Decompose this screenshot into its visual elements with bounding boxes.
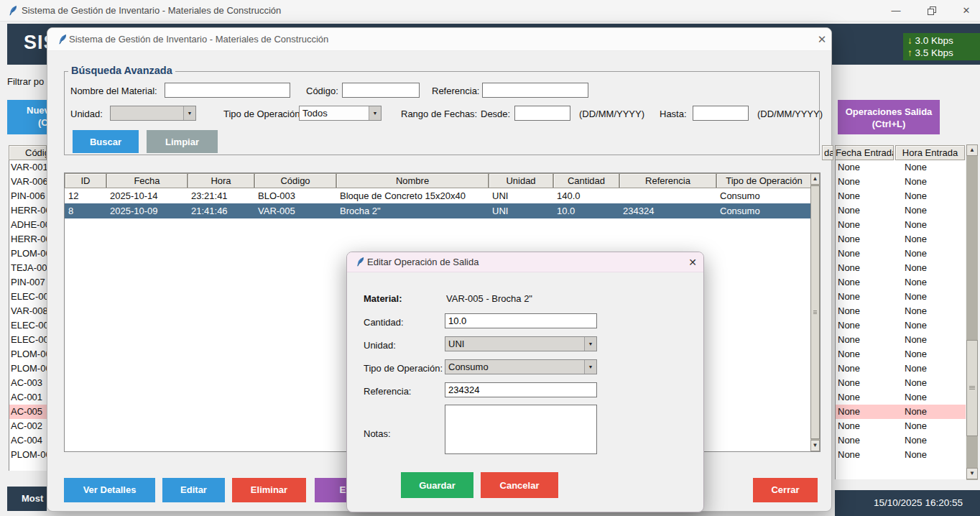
dialog-close-icon[interactable]: ✕: [810, 28, 832, 51]
list-item[interactable]: ELEC-005: [9, 333, 47, 347]
column-header[interactable]: Cantidad: [553, 173, 619, 188]
list-item[interactable]: AC-001: [9, 390, 47, 405]
hora-entrada-column-header[interactable]: Hora Entrada: [895, 145, 965, 160]
list-item[interactable]: ELEC-004: [9, 318, 47, 333]
table-row[interactable]: None None: [836, 261, 966, 275]
scroll-down-icon[interactable]: ▼: [810, 440, 820, 451]
list-item[interactable]: AC-005: [9, 405, 47, 419]
table-row[interactable]: None None: [836, 304, 966, 318]
column-header[interactable]: Fecha: [106, 173, 188, 188]
minimize-button[interactable]: —: [884, 0, 908, 22]
referencia-input[interactable]: [482, 83, 588, 98]
list-item[interactable]: PLOM-00: [9, 448, 47, 462]
restore-icon[interactable]: [920, 0, 944, 22]
referencia-input[interactable]: [445, 382, 597, 397]
hasta-input[interactable]: [693, 106, 749, 121]
column-header[interactable]: Referencia: [619, 173, 716, 188]
list-item[interactable]: TEJA-001: [9, 261, 47, 275]
list-item[interactable]: VAR-001: [9, 160, 47, 175]
partial-column-header[interactable]: da: [822, 145, 833, 160]
codigo-input[interactable]: [342, 83, 420, 98]
list-item[interactable]: ELEC-007: [9, 290, 47, 304]
table-row[interactable]: None None: [836, 318, 966, 333]
modal-close-icon[interactable]: ✕: [682, 252, 703, 272]
column-header[interactable]: Tipo de Operación: [716, 173, 812, 188]
operaciones-salida-button[interactable]: Operaciones Salida (Ctrl+L): [838, 100, 940, 134]
table-row[interactable]: None None: [836, 433, 966, 448]
material-value: VAR-005 - Brocha 2": [446, 293, 532, 304]
dialog-title: Sistema de Gestión de Inventario - Mater…: [69, 28, 328, 51]
notas-textarea[interactable]: [445, 405, 597, 454]
table-row[interactable]: None None: [836, 347, 966, 361]
download-arrow-icon: ↓: [907, 35, 912, 46]
table-row[interactable]: 8 2025-10-09 21:41:46 VAR-005 Brocha 2" …: [65, 203, 812, 218]
table-row[interactable]: None None: [836, 448, 966, 462]
table-row[interactable]: None None: [836, 361, 966, 376]
column-header[interactable]: ID: [65, 173, 106, 188]
mostrar-button[interactable]: Most: [7, 487, 47, 511]
codes-column-header[interactable]: Códig: [9, 145, 47, 160]
table-row[interactable]: None None: [836, 376, 966, 390]
cancelar-button[interactable]: Cancelar: [481, 472, 558, 498]
table-row[interactable]: None None: [836, 175, 966, 189]
table-row[interactable]: None None: [836, 232, 966, 247]
table-row[interactable]: 12 2025-10-14 23:21:41 BLO-003 Bloque de…: [65, 188, 812, 203]
results-table-scrollbar[interactable]: ▲ ▼: [810, 173, 820, 451]
table-row[interactable]: None None: [836, 290, 966, 304]
nombre-material-input[interactable]: [165, 83, 290, 98]
edit-operacion-dialog: Editar Operación de Salida ✕ Material: V…: [346, 252, 704, 512]
table-row[interactable]: None None: [836, 189, 966, 203]
list-item[interactable]: PLOM-00: [9, 361, 47, 376]
list-item[interactable]: PLOM-00: [9, 247, 47, 261]
table-row[interactable]: None None: [836, 333, 966, 347]
nuevo-button[interactable]: Nuev (C: [7, 100, 47, 134]
desktop: Sistema de Gestión de Inventario - Mater…: [0, 0, 980, 516]
scrollbar-thumb[interactable]: [966, 340, 978, 436]
limpiar-button[interactable]: Limpiar: [147, 130, 218, 153]
right-table-scrollbar[interactable]: ▲ ▼: [966, 144, 978, 480]
column-header[interactable]: Hora: [188, 173, 254, 188]
desde-input[interactable]: [514, 106, 570, 121]
table-row[interactable]: None None: [836, 203, 966, 218]
scroll-down-icon[interactable]: ▼: [966, 468, 978, 479]
ver-detalles-button[interactable]: Ver Detalles: [64, 478, 155, 502]
list-item[interactable]: HERR-00: [9, 203, 47, 218]
scrollbar-thumb[interactable]: [810, 185, 820, 439]
guardar-button[interactable]: Guardar: [401, 472, 473, 498]
column-header[interactable]: Unidad: [489, 173, 553, 188]
table-row[interactable]: None None: [836, 405, 966, 419]
close-button[interactable]: ✕: [954, 0, 979, 22]
unidad-combobox[interactable]: UNI▼: [445, 336, 597, 351]
scroll-up-icon[interactable]: ▲: [966, 144, 978, 156]
table-row[interactable]: None None: [836, 218, 966, 232]
cerrar-button[interactable]: Cerrar: [753, 478, 818, 502]
chevron-down-icon: ▼: [183, 106, 195, 120]
list-item[interactable]: VAR-008: [9, 304, 47, 318]
list-item[interactable]: HERR-00: [9, 232, 47, 247]
tipo-operacion-combobox[interactable]: Todos▼: [299, 106, 382, 121]
list-item[interactable]: VAR-006: [9, 175, 47, 189]
buscar-button[interactable]: Buscar: [73, 130, 139, 153]
table-row[interactable]: None None: [836, 419, 966, 433]
list-item[interactable]: PLOM-00: [9, 347, 47, 361]
list-item[interactable]: AC-003: [9, 376, 47, 390]
fecha-entrada-column-header[interactable]: Fecha Entrada: [835, 145, 894, 160]
tipo-operacion-combobox[interactable]: Consumo▼: [445, 359, 597, 374]
column-header[interactable]: Nombre: [336, 173, 489, 188]
list-item[interactable]: AC-002: [9, 419, 47, 433]
list-item[interactable]: PIN-006: [9, 189, 47, 203]
list-item[interactable]: ADHE-00: [9, 218, 47, 232]
cantidad-input[interactable]: [445, 313, 597, 328]
list-item[interactable]: PIN-007: [9, 275, 47, 290]
scroll-up-icon[interactable]: ▲: [810, 173, 820, 185]
column-header[interactable]: Código: [254, 173, 336, 188]
table-row[interactable]: None None: [836, 275, 966, 290]
table-row[interactable]: None None: [836, 247, 966, 261]
network-speed-badge: ↓ 3.0 Kbps ↑ 3.5 Kbps: [903, 33, 980, 60]
table-row[interactable]: None None: [836, 390, 966, 405]
eliminar-button[interactable]: Eliminar: [232, 478, 306, 502]
editar-button[interactable]: Editar: [162, 478, 225, 502]
unidad-combobox[interactable]: ▼: [110, 106, 196, 121]
list-item[interactable]: AC-004: [9, 433, 47, 448]
table-row[interactable]: None None: [836, 160, 966, 175]
